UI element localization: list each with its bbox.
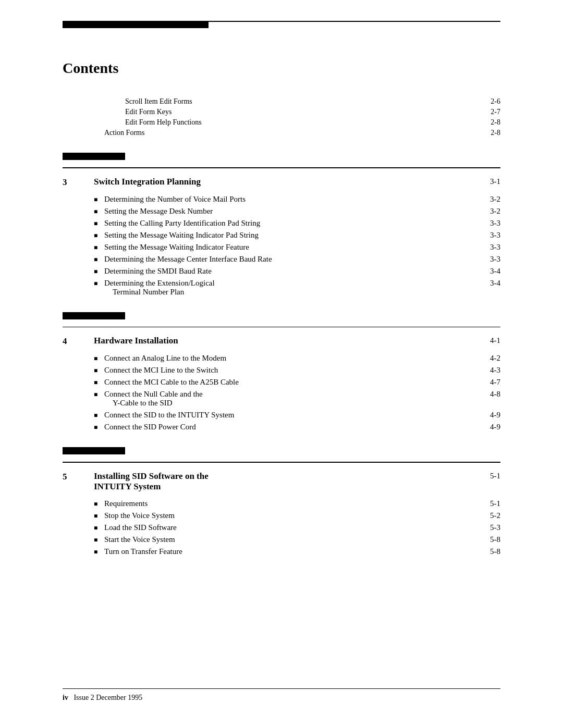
section-4-title-row: Hardware Installation 4-1	[94, 336, 500, 346]
bullet-4-2: ■	[94, 366, 104, 375]
toc-item-5-3-text: Load the SID Software	[104, 523, 474, 532]
bullet-3-3: ■	[94, 219, 104, 228]
toc-item-4-5-text: Connect the SID to the INTUITY System	[104, 411, 474, 419]
section-5-title-row: Installing SID Software on the INTUITY S…	[94, 471, 500, 492]
page-container: Contents Scroll Item Edit Forms 2-6 Edit…	[0, 0, 563, 728]
toc-item-5-2-page: 5-2	[474, 511, 500, 520]
toc-item-3-2-page: 3-2	[474, 207, 500, 216]
toc-item-3-5-content: Setting the Message Waiting Indicator Fe…	[104, 243, 500, 252]
toc-item-4-4-text: Connect the Null Cable and the Y-Cable t…	[104, 390, 474, 408]
action-forms-item: Action Forms 2-8	[63, 129, 500, 137]
bullet-3-6: ■	[94, 255, 104, 264]
toc-item-3-7: ■ Determining the SMDI Baud Rate 3-4	[94, 267, 500, 276]
continuation-item-1: Scroll Item Edit Forms 2-6	[63, 97, 500, 106]
toc-item-5-1-text: Requirements	[104, 499, 474, 508]
action-forms-page: 2-8	[480, 129, 500, 137]
section-3-title: Switch Integration Planning	[94, 177, 201, 187]
bullet-4-5: ■	[94, 411, 104, 419]
toc-item-3-2: ■ Setting the Message Desk Number 3-2	[94, 207, 500, 216]
toc-item-3-4: ■ Setting the Message Waiting Indicator …	[94, 231, 500, 240]
section-3-divider	[63, 153, 500, 168]
bullet-3-2: ■	[94, 207, 104, 216]
toc-item-4-3-text: Connect the MCI Cable to the A25B Cable	[104, 378, 474, 387]
top-bar-accent	[63, 21, 209, 28]
continuation-items: Scroll Item Edit Forms 2-6 Edit Form Key…	[63, 97, 500, 137]
bullet-4-6: ■	[94, 423, 104, 431]
section-3-items: ■ Determining the Number of Voice Mail P…	[63, 195, 500, 297]
section-5-page: 5-1	[474, 471, 500, 480]
bullet-3-5: ■	[94, 243, 104, 252]
bullet-5-3: ■	[94, 523, 104, 532]
toc-item-3-1-content: Determining the Number of Voice Mail Por…	[104, 195, 500, 204]
toc-item-3-8-page: 3-4	[474, 279, 500, 297]
section-3-title-row: Switch Integration Planning 3-1	[94, 177, 500, 187]
divider-block-5	[63, 447, 125, 454]
toc-item-5-1-page: 5-1	[474, 499, 500, 508]
bullet-3-1: ■	[94, 195, 104, 204]
footer: iv Issue 2 December 1995	[63, 688, 500, 702]
toc-item-3-4-content: Setting the Message Waiting Indicator Pa…	[104, 231, 500, 240]
section-3-number: 3	[63, 177, 94, 188]
toc-item-3-6-page: 3-3	[474, 255, 500, 264]
toc-item-4-4-content: Connect the Null Cable and the Y-Cable t…	[104, 390, 500, 408]
toc-item-3-1-text: Determining the Number of Voice Mail Por…	[104, 195, 474, 204]
continuation-item-3: Edit Form Help Functions 2-8	[63, 118, 500, 127]
toc-item-4-1: ■ Connect an Analog Line to the Modem 4-…	[94, 354, 500, 363]
bullet-5-1: ■	[94, 499, 104, 508]
toc-item-3-7-page: 3-4	[474, 267, 500, 276]
toc-item-3-6: ■ Determining the Message Center Interfa…	[94, 255, 500, 264]
section-5-items: ■ Requirements 5-1 ■ Stop the Voice Syst…	[63, 499, 500, 556]
toc-item-3-5-text: Setting the Message Waiting Indicator Fe…	[104, 243, 474, 252]
toc-item-5-3: ■ Load the SID Software 5-3	[94, 523, 500, 532]
toc-item-3-4-text: Setting the Message Waiting Indicator Pa…	[104, 231, 474, 240]
toc-item-4-1-page: 4-2	[474, 354, 500, 363]
toc-item-4-2-text: Connect the MCI Line to the Switch	[104, 366, 474, 375]
divider-line-3	[63, 167, 500, 168]
toc-item-4-5-page: 4-9	[474, 411, 500, 419]
section-5: 5 Installing SID Software on the INTUITY…	[63, 471, 500, 556]
footer-issue: iv	[63, 694, 68, 701]
toc-item-3-5-page: 3-3	[474, 243, 500, 252]
toc-item-4-5-content: Connect the SID to the INTUITY System 4-…	[104, 411, 500, 419]
toc-item-3-3-content: Setting the Calling Party Identification…	[104, 219, 500, 228]
toc-item-4-3-page: 4-7	[474, 378, 500, 387]
bullet-3-4: ■	[94, 231, 104, 240]
toc-item-5-2: ■ Stop the Voice System 5-2	[94, 511, 500, 520]
toc-item-5-2-content: Stop the Voice System 5-2	[104, 511, 500, 520]
toc-item-4-2: ■ Connect the MCI Line to the Switch 4-3	[94, 366, 500, 375]
section-4: 4 Hardware Installation 4-1 ■ Connect an…	[63, 336, 500, 431]
toc-item-4-3: ■ Connect the MCI Cable to the A25B Cabl…	[94, 378, 500, 387]
bullet-4-4: ■	[94, 390, 104, 399]
toc-item-5-5-page: 5-8	[474, 547, 500, 556]
section-3: 3 Switch Integration Planning 3-1 ■ Dete…	[63, 177, 500, 297]
continuation-text-2: Edit Form Keys	[125, 108, 172, 116]
toc-item-4-6-text: Connect the SID Power Cord	[104, 423, 474, 431]
divider-block-4	[63, 312, 125, 319]
toc-item-3-3-page: 3-3	[474, 219, 500, 228]
divider-block-3	[63, 153, 125, 160]
toc-item-4-1-content: Connect an Analog Line to the Modem 4-2	[104, 354, 500, 363]
continuation-page-3: 2-8	[480, 118, 500, 127]
toc-item-4-6-content: Connect the SID Power Cord 4-9	[104, 423, 500, 431]
bullet-5-4: ■	[94, 535, 104, 544]
divider-line-4	[63, 327, 500, 328]
section-4-title-block: Hardware Installation 4-1	[94, 336, 500, 346]
toc-item-3-2-text: Setting the Message Desk Number	[104, 207, 474, 216]
toc-item-3-6-text: Determining the Message Center Interface…	[104, 255, 474, 264]
continuation-text-1: Scroll Item Edit Forms	[125, 97, 192, 106]
toc-item-5-3-page: 5-3	[474, 523, 500, 532]
toc-item-5-5-text: Turn on Transfer Feature	[104, 547, 474, 556]
bullet-4-1: ■	[94, 354, 104, 363]
continuation-item-2: Edit Form Keys 2-7	[63, 108, 500, 116]
toc-item-4-6: ■ Connect the SID Power Cord 4-9	[94, 423, 500, 431]
section-3-title-block: Switch Integration Planning 3-1	[94, 177, 500, 187]
toc-item-5-4-page: 5-8	[474, 535, 500, 544]
toc-item-4-2-content: Connect the MCI Line to the Switch 4-3	[104, 366, 500, 375]
toc-item-3-8: ■ Determining the Extension/Logical Term…	[94, 279, 500, 297]
toc-item-5-2-text: Stop the Voice System	[104, 511, 474, 520]
section-4-title: Hardware Installation	[94, 336, 178, 346]
toc-item-5-5: ■ Turn on Transfer Feature 5-8	[94, 547, 500, 556]
footer-text: iv Issue 2 December 1995	[63, 694, 142, 701]
section-5-title: Installing SID Software on the INTUITY S…	[94, 471, 209, 492]
footer-detail: Issue 2 December 1995	[74, 694, 142, 701]
